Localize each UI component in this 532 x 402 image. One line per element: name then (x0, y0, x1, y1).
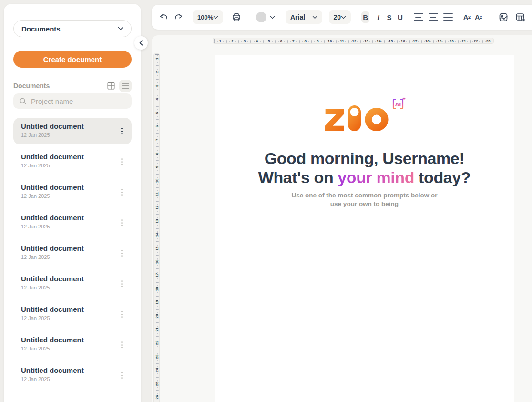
document-search[interactable] (13, 93, 132, 109)
greeting-heading: Good morning, Username! What's on your m… (215, 149, 514, 187)
strikethrough-button[interactable]: S (385, 11, 393, 23)
document-list-item[interactable]: Untitled document 12 Jan 2025 (13, 118, 132, 144)
greeting-highlight: your mind (338, 168, 414, 186)
document-list-item[interactable]: Untitled document 12 Jan 2025 (13, 179, 132, 206)
search-icon (19, 97, 27, 105)
zoom-level-value: 100% (197, 14, 213, 21)
document-title: Untitled document (21, 153, 125, 161)
chevron-down-icon (118, 27, 123, 31)
document-list-item[interactable]: Untitled document 12 Jan 2025 (13, 209, 132, 236)
greeting-line1: Good morning, Username! (215, 149, 514, 168)
document-title: Untitled document (21, 336, 125, 344)
document-title: Untitled document (21, 214, 125, 222)
document-date: 12 Jan 2025 (21, 224, 125, 229)
document-title: Untitled document (21, 366, 125, 374)
table-add-icon (515, 12, 526, 22)
grid-view-button[interactable] (105, 80, 117, 92)
font-size-value: 20 (334, 13, 341, 21)
document-title: Untitled document (21, 183, 125, 191)
documents-section-label: Documents (13, 82, 105, 90)
search-input[interactable] (31, 97, 122, 105)
font-family-dropdown[interactable]: Arial (286, 10, 322, 24)
document-title: Untitled document (21, 305, 125, 313)
document-date: 12 Jan 2025 (21, 346, 125, 351)
chevron-down-icon (270, 16, 275, 19)
insert-table-button[interactable] (515, 12, 526, 22)
kebab-menu-icon[interactable] (117, 370, 126, 381)
toolbar-divider (491, 11, 491, 23)
bold-button[interactable]: B (361, 11, 369, 23)
document-title: Untitled document (21, 244, 125, 252)
editor-canvas: 1234567891011121314151617181920212223 12… (152, 35, 532, 402)
kebab-menu-icon[interactable] (117, 217, 126, 228)
document-list-item[interactable]: Untitled document 12 Jan 2025 (13, 240, 132, 267)
workspace-selector[interactable]: Documents (13, 20, 132, 37)
kebab-menu-icon[interactable] (117, 340, 126, 350)
create-document-button[interactable]: Create document (13, 51, 132, 68)
kebab-menu-icon[interactable] (117, 187, 126, 197)
document-date: 12 Jan 2025 (21, 315, 125, 321)
italic-button[interactable]: I (374, 11, 382, 23)
format-toolbar: 100% Arial 20 B I S U A2 A2 (152, 5, 532, 30)
chevron-left-icon (139, 40, 143, 46)
redo-icon (174, 13, 184, 21)
grid-view-icon (107, 82, 115, 90)
align-right-button[interactable] (443, 13, 453, 21)
kebab-menu-icon[interactable] (117, 248, 126, 258)
insert-image-button[interactable] (499, 12, 508, 22)
document-title: Untitled document (21, 275, 125, 283)
kebab-menu-icon[interactable] (117, 126, 126, 136)
sidebar-collapse-button[interactable] (134, 36, 148, 50)
align-center-button[interactable] (429, 13, 438, 21)
vertical-ruler: 1234567891011121314151617181920212223242… (153, 53, 160, 402)
text-color-swatch[interactable] (256, 12, 266, 22)
zoom-level-dropdown[interactable]: 100% (193, 10, 223, 24)
chevron-down-icon (312, 16, 317, 19)
underline-button[interactable]: U (396, 11, 404, 23)
document-list-item[interactable]: Untitled document 12 Jan 2025 (13, 362, 132, 389)
kebab-menu-icon[interactable] (117, 156, 126, 167)
image-icon (499, 12, 508, 22)
chevron-down-icon (341, 16, 346, 19)
list-view-icon (122, 82, 129, 89)
greeting-subtitle: Use one of the most common prompts below… (215, 191, 514, 208)
document-date: 12 Jan 2025 (21, 132, 125, 138)
document-date: 12 Jan 2025 (21, 163, 125, 168)
document-date: 12 Jan 2025 (21, 285, 125, 290)
document-list-item[interactable]: Untitled document 12 Jan 2025 (13, 148, 132, 175)
document-date: 12 Jan 2025 (21, 254, 125, 260)
document-list: Untitled document 12 Jan 2025 Untitled d… (13, 118, 132, 392)
print-icon (232, 12, 241, 22)
document-list-item[interactable]: Untitled document 12 Jan 2025 (13, 270, 132, 297)
redo-button[interactable] (174, 13, 184, 21)
font-family-value: Arial (290, 13, 305, 21)
document-list-item[interactable]: Untitled document 12 Jan 2025 (13, 301, 132, 328)
list-view-button[interactable] (119, 80, 132, 92)
print-button[interactable] (232, 12, 241, 22)
font-size-dropdown[interactable]: 20 (329, 10, 351, 24)
align-left-button[interactable] (414, 13, 423, 21)
greeting-line2: What's on your mind today? (215, 168, 514, 187)
svg-text:AI: AI (395, 102, 401, 108)
document-title: Untitled document (21, 122, 125, 130)
text-color-dropdown[interactable] (270, 16, 275, 19)
superscript-button[interactable]: A2 (463, 13, 471, 21)
undo-button[interactable] (158, 13, 169, 21)
ai-badge-icon: AI (393, 97, 406, 109)
document-date: 12 Jan 2025 (21, 193, 125, 199)
document-date: 12 Jan 2025 (21, 376, 125, 382)
documents-section-header: Documents (13, 79, 132, 93)
kebab-menu-icon[interactable] (117, 309, 126, 320)
chevron-down-icon (213, 16, 218, 19)
workspace-selector-label: Documents (21, 25, 61, 33)
undo-icon (158, 13, 169, 21)
subscript-button[interactable]: A2 (475, 13, 482, 21)
toolbar-divider (249, 11, 249, 23)
document-page[interactable]: z AI Good morning, Username! What's on y… (215, 55, 514, 402)
zio-logo: z AI (323, 97, 406, 134)
sidebar-panel: Documents Create document Documents Unti… (4, 4, 141, 402)
document-list-item[interactable]: Untitled document 12 Jan 2025 (13, 331, 132, 358)
kebab-menu-icon[interactable] (117, 278, 126, 289)
horizontal-ruler: 1234567891011121314151617181920212223 (213, 38, 494, 44)
color-swatch-circle (256, 12, 266, 22)
